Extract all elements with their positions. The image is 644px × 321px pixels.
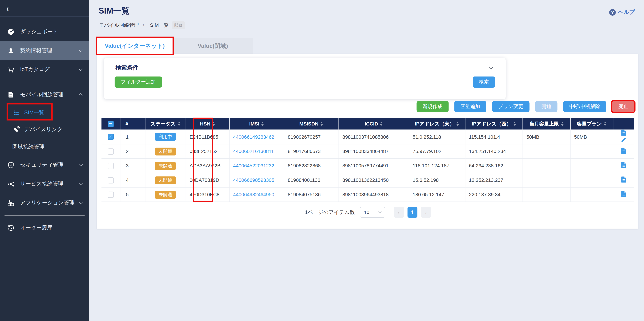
cell-msisdn: 819082822868	[284, 158, 338, 173]
table-row: 5 未開通 4F0D310EC8 440064982464950 8190840…	[102, 187, 634, 202]
sidebar-item-contract-management[interactable]: 契約情報管理	[0, 41, 89, 60]
col-header-ip-east[interactable]: IPアドレス（東）	[409, 118, 465, 129]
search-button[interactable]: 検索	[473, 76, 495, 88]
row-checkbox[interactable]	[108, 192, 114, 198]
search-conditions-title: 検索条件	[116, 64, 138, 72]
collapse-chevron-icon[interactable]	[489, 65, 493, 69]
add-capacity-button[interactable]: 容量追加	[454, 101, 486, 112]
document-icon[interactable]	[621, 177, 626, 184]
current-page-button[interactable]: 1	[408, 207, 417, 218]
cell-monthly-cap	[522, 158, 570, 173]
breadcrumb: モバイル回線管理 〉 SIM一覧 閲覧	[99, 21, 185, 29]
sort-icon[interactable]	[604, 122, 606, 126]
main-content: SIM一覧 ? ヘルプ モバイル回線管理 〉 SIM一覧 閲覧 Value(イン…	[89, 0, 644, 321]
imsi-link[interactable]: 440060216130811	[233, 148, 274, 154]
sort-icon[interactable]	[513, 122, 516, 126]
breadcrumb-current: SIM一覧	[150, 22, 168, 29]
col-header-msisdn[interactable]: MSISDN	[284, 118, 338, 129]
sort-icon[interactable]	[212, 122, 215, 126]
add-filter-button[interactable]: フィルター追加	[114, 76, 162, 88]
sidebar-item-device-link[interactable]: デバイスリンク	[0, 121, 89, 138]
sort-icon[interactable]	[178, 122, 180, 126]
chevron-down-icon	[79, 48, 83, 52]
col-label: IMSI	[249, 121, 259, 127]
help-link[interactable]: ? ヘルプ	[609, 9, 635, 16]
sidebar-item-service-connection-management[interactable]: サービス接続管理	[0, 174, 89, 193]
tab-value-closed[interactable]: Value(閉域)	[173, 38, 252, 54]
sort-icon[interactable]	[380, 122, 382, 126]
sidebar-item-application-management[interactable]: アプリケーション管理	[0, 193, 89, 212]
row-checkbox[interactable]	[108, 163, 114, 169]
sort-icon[interactable]	[561, 122, 563, 126]
cell-iccid: 89811008334864487	[338, 144, 409, 158]
cell-status: 未開通	[145, 158, 186, 173]
cell-status: 利用中	[145, 129, 186, 144]
sort-icon[interactable]	[456, 122, 459, 126]
cell-status: 未開通	[145, 187, 186, 202]
document-icon[interactable]	[621, 162, 626, 170]
col-header-status[interactable]: ステータス	[145, 118, 186, 129]
col-header-monthly-cap[interactable]: 当月容量上限	[522, 118, 570, 129]
sidebar-item-dashboard[interactable]: ダッシュボード	[0, 22, 89, 41]
list-icon	[13, 109, 20, 116]
select-all-checkbox[interactable]	[108, 121, 114, 127]
prev-page-button[interactable]: ‹	[394, 207, 404, 218]
cell-iccid: 89811001362213450	[338, 173, 409, 187]
sidebar-item-order-history[interactable]: オーダー履歴	[0, 218, 89, 237]
cell-iccid: 89811003741085806	[338, 129, 409, 144]
chevron-down-icon	[79, 200, 83, 204]
activate-button[interactable]: 開通	[535, 101, 558, 112]
document-icon[interactable]	[621, 148, 626, 155]
tab-value-internet[interactable]: Value(インターネット)	[97, 38, 172, 54]
cell-hsn: 4F0D310EC8	[186, 187, 229, 202]
next-page-button[interactable]: ›	[421, 207, 431, 218]
sidebar-item-sim-list[interactable]: SIM一覧	[0, 104, 89, 121]
row-checkbox-checked[interactable]: ✓	[108, 134, 114, 140]
document-icon[interactable]	[621, 191, 626, 198]
terminate-button[interactable]: 廃止	[612, 101, 634, 112]
sort-icon[interactable]	[320, 122, 323, 126]
change-plan-button[interactable]: プラン変更	[492, 101, 530, 112]
sidebar-item-iot-catalog[interactable]: IoTカタログ	[0, 60, 89, 79]
cell-capacity-plan	[570, 173, 613, 187]
cell-imsi: 440066698593305	[229, 173, 284, 187]
sidebar: ‹ ダッシュボード 契約情報管理 IoTカタログ	[0, 0, 89, 321]
sidebar-item-label: 契約情報管理	[20, 47, 52, 54]
col-header-actions	[613, 118, 634, 129]
col-header-ip-west[interactable]: IPアドレス（西）	[465, 118, 522, 129]
col-label: #	[126, 121, 128, 127]
cell-imsi: 440064522031232	[229, 158, 284, 173]
sidebar-header: ‹	[0, 0, 89, 17]
col-header-hsn[interactable]: HSN	[186, 118, 229, 129]
cell-actions	[613, 129, 634, 144]
document-icon[interactable]	[621, 129, 626, 137]
sidebar-item-closed-network-management[interactable]: 閉域接続管理	[0, 138, 89, 155]
row-checkbox[interactable]	[108, 148, 114, 154]
imsi-link[interactable]: 440066698593305	[233, 177, 274, 183]
imsi-link[interactable]: 440064982464950	[233, 192, 274, 197]
cell-checkbox	[102, 158, 120, 173]
col-header-num: #	[120, 118, 145, 129]
page-size-select[interactable]: 10	[360, 207, 385, 218]
person-icon	[6, 47, 15, 54]
select-all-header[interactable]	[102, 118, 120, 129]
row-checkbox[interactable]	[108, 177, 114, 183]
col-header-iccid[interactable]: ICCID	[338, 118, 409, 129]
imsi-link[interactable]: 440066149283462	[233, 134, 274, 139]
col-header-capacity-plan[interactable]: 容量プラン	[570, 118, 613, 129]
sidebar-item-security-management[interactable]: セキュリティ管理	[0, 155, 89, 175]
sidebar-item-mobile-line-management[interactable]: モバイル回線管理	[0, 85, 89, 104]
suspend-resume-button[interactable]: 中断/中断解除	[563, 101, 606, 112]
cell-imsi: 440060216130811	[229, 144, 284, 158]
sort-icon[interactable]	[262, 122, 264, 126]
chevron-up-icon	[79, 93, 83, 97]
breadcrumb-parent[interactable]: モバイル回線管理	[99, 22, 139, 29]
cell-hsn: 083E252162	[186, 144, 229, 158]
col-header-imsi[interactable]: IMSI	[229, 118, 284, 129]
cell-msisdn: 819017686573	[284, 144, 338, 158]
sidebar-collapse-button[interactable]: ‹	[6, 4, 9, 12]
sidebar-menu: ダッシュボード 契約情報管理 IoTカタログ	[0, 17, 89, 237]
edit-pencil-icon[interactable]	[621, 137, 626, 144]
create-new-button[interactable]: 新規作成	[416, 101, 448, 112]
imsi-link[interactable]: 440064522031232	[233, 163, 274, 169]
